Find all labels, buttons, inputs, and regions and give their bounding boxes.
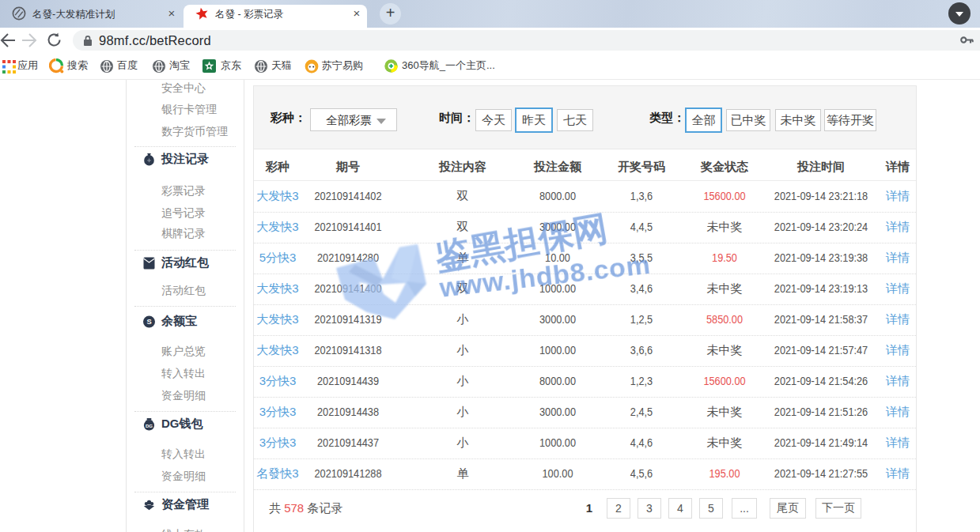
svg-text:DG: DG	[146, 423, 153, 428]
svg-text:S: S	[146, 318, 151, 326]
